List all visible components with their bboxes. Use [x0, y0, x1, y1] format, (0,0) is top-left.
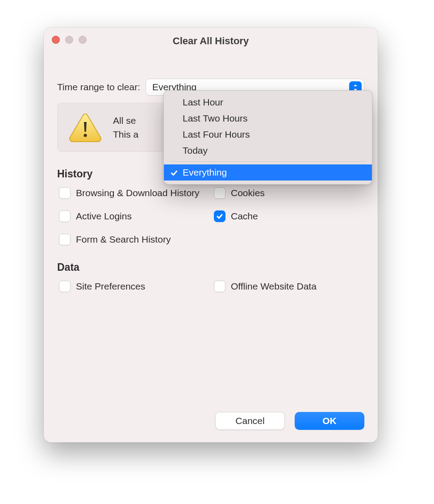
checkbox-box: [59, 210, 71, 222]
checkbox-label: Cookies: [231, 188, 265, 198]
ok-button[interactable]: OK: [295, 412, 364, 430]
checkbox-cookies[interactable]: Cookies: [214, 187, 364, 199]
checkbox-form-search-history[interactable]: Form & Search History: [59, 234, 209, 245]
close-window-button[interactable]: [52, 36, 60, 44]
time-range-option-last-hour[interactable]: Last Hour: [164, 94, 372, 110]
checkbox-label: Form & Search History: [76, 234, 171, 245]
checkbox-box: [59, 187, 71, 199]
option-label: Today: [183, 145, 208, 156]
checkbox-active-logins[interactable]: Active Logins: [59, 210, 209, 222]
check-icon: [170, 168, 178, 176]
checkbox-site-preferences[interactable]: Site Preferences: [59, 281, 209, 292]
menu-separator: [170, 161, 366, 162]
warning-line-1: All se: [113, 113, 138, 128]
window-controls: [52, 36, 87, 44]
checkbox-box: [214, 210, 225, 222]
dialog-clear-history: Clear All History Time range to clear: E…: [44, 28, 378, 442]
warning-icon: [68, 112, 102, 143]
time-range-option-everything[interactable]: Everything: [164, 164, 372, 181]
checkbox-label: Site Preferences: [76, 281, 145, 292]
time-range-label: Time range to clear:: [57, 82, 140, 92]
time-range-option-last-four-hours[interactable]: Last Four Hours: [164, 126, 372, 143]
dialog-title: Clear All History: [173, 35, 249, 47]
zoom-window-button: [79, 36, 87, 44]
warning-line-2: This a: [113, 127, 138, 142]
checkbox-label: Cache: [231, 211, 258, 222]
checkbox-box: [214, 187, 225, 199]
option-label: Everything: [183, 167, 227, 178]
checkbox-box: [59, 281, 71, 292]
checkbox-label: Browsing & Download History: [76, 188, 200, 198]
data-heading: Data: [57, 261, 364, 273]
checkbox-label: Offline Website Data: [231, 281, 317, 292]
time-range-popover: Last Hour Last Two Hours Last Four Hours…: [163, 90, 372, 185]
svg-point-0: [83, 134, 87, 137]
cancel-button[interactable]: Cancel: [215, 412, 285, 430]
option-label: Last Four Hours: [183, 129, 250, 140]
titlebar: Clear All History: [44, 28, 378, 53]
checkbox-browsing-download-history[interactable]: Browsing & Download History: [59, 187, 209, 199]
time-range-option-today[interactable]: Today: [164, 143, 372, 159]
time-range-option-last-two-hours[interactable]: Last Two Hours: [164, 110, 372, 126]
checkbox-label: Active Logins: [76, 211, 132, 222]
warning-text: All se This a: [113, 113, 138, 142]
option-label: Last Two Hours: [183, 113, 248, 124]
checkbox-cache[interactable]: Cache: [214, 210, 364, 222]
checkbox-box: [59, 234, 71, 245]
checkbox-offline-website-data[interactable]: Offline Website Data: [214, 281, 364, 292]
minimize-window-button: [65, 36, 73, 44]
checkbox-box: [214, 281, 225, 292]
data-section: Data Site Preferences Offline Website Da…: [57, 261, 364, 292]
dialog-footer: Cancel OK: [215, 412, 364, 430]
option-label: Last Hour: [183, 97, 223, 108]
